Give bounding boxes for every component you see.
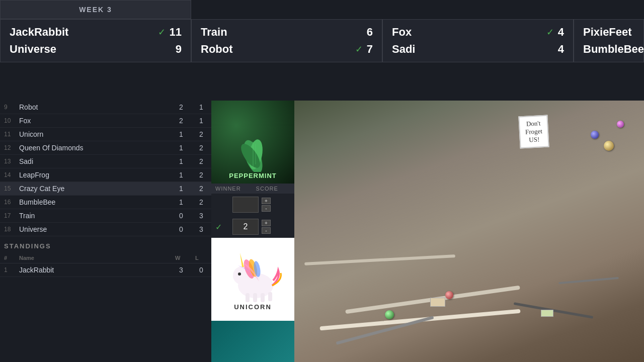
match-l: 2 — [191, 168, 211, 182]
match-card-2: Train 6 Robot ✓ 7 — [191, 19, 382, 62]
track-3 — [304, 254, 455, 265]
score-entry-2: ✓ 2 + - — [211, 216, 294, 238]
match-row-4-top: PixieFeet — [583, 26, 634, 39]
score-btns-1: + - — [262, 198, 271, 212]
check-icon-3: ✓ — [546, 27, 554, 38]
marble-3 — [604, 141, 614, 151]
score-jackrabbit: 11 — [170, 26, 182, 39]
team-fox: Fox — [392, 26, 412, 39]
score-minus-1[interactable]: - — [262, 205, 271, 212]
col-w: W — [171, 253, 191, 263]
team-jackrabbit: JackRabbit — [10, 26, 68, 39]
match-list-row: 9 Robot 2 1 — [0, 101, 211, 114]
match-row-3-bot: Sadi 4 — [392, 43, 564, 56]
col-name: Name — [15, 253, 171, 263]
match-l: 2 — [191, 196, 211, 209]
match-w: 0 — [171, 209, 191, 223]
match-row-3-top: Fox ✓ 4 — [392, 26, 564, 39]
svg-rect-14 — [261, 293, 265, 302]
team-bumblebee: BumbleBee — [583, 43, 644, 56]
match-row-2-top: Train 6 — [201, 26, 373, 39]
team-train: Train — [201, 26, 227, 39]
match-name: Train — [15, 209, 171, 223]
match-row-1-top: JackRabbit ✓ 11 — [10, 26, 182, 39]
match-list-row: 11 Unicorn 1 2 — [0, 128, 211, 141]
score-plus-1[interactable]: + — [262, 198, 271, 204]
score-fox: 4 — [558, 26, 564, 39]
unicorn-card: UNICORN — [211, 238, 294, 321]
team-sadi: Sadi — [392, 43, 415, 56]
check-icon-2: ✓ — [355, 44, 363, 55]
match-list-row: 12 Queen Of Diamonds 1 2 — [0, 141, 211, 155]
match-l: 2 — [191, 128, 211, 141]
marble-5 — [617, 121, 624, 128]
match-num: 10 — [0, 114, 15, 128]
match-w: 2 — [171, 114, 191, 128]
left-column: 9 Robot 2 1 10 Fox 2 1 11 Unicorn 1 2 12… — [0, 101, 211, 362]
match-num: 13 — [0, 155, 15, 168]
standing-name: JackRabbit — [15, 263, 171, 277]
match-l: 3 — [191, 209, 211, 223]
score-minus-2[interactable]: - — [262, 227, 271, 234]
block-1 — [430, 298, 445, 307]
sign-line-3: US! — [525, 135, 543, 144]
match-num: 17 — [0, 209, 15, 223]
match-l: 2 — [191, 155, 211, 168]
stick-2 — [514, 302, 593, 319]
score-plus-2[interactable]: + — [262, 220, 271, 226]
video-feed: Don't Froget US! — [294, 101, 644, 362]
match-num: 11 — [0, 128, 15, 141]
marble-4 — [591, 131, 599, 139]
score-sadi: 4 — [558, 43, 564, 56]
match-w: 1 — [171, 182, 191, 196]
match-w: 2 — [171, 101, 191, 114]
week-label: WEEK 3 — [79, 6, 112, 14]
match-list-row: 10 Fox 2 1 — [0, 114, 211, 128]
match-cards-row: JackRabbit ✓ 11 Universe 9 Train 6 — [0, 19, 644, 62]
score-group-2: 6 — [367, 26, 373, 39]
score-group-2b: ✓ 7 — [355, 43, 373, 56]
winner-label: WINNER — [215, 186, 241, 192]
match-num: 15 — [0, 182, 15, 196]
middle-column: PEPPERMINT WINNER SCORE + - ✓ 2 + - — [211, 101, 294, 362]
match-name: Universe — [15, 223, 171, 236]
score-group-1: ✓ 11 — [158, 26, 182, 39]
score-group-1b: 9 — [176, 43, 182, 56]
match-card-1: JackRabbit ✓ 11 Universe 9 — [0, 19, 191, 62]
match-l: 1 — [191, 101, 211, 114]
standings-row: 1 JackRabbit 3 0 — [0, 263, 211, 277]
score-entry-1: + - — [211, 194, 294, 216]
stick-3 — [558, 277, 619, 284]
check-winner-2: ✓ — [215, 222, 229, 232]
match-w: 1 — [171, 128, 191, 141]
match-l: 2 — [191, 141, 211, 155]
match-list-row: 13 Sadi 1 2 — [0, 155, 211, 168]
score-robot: 7 — [367, 43, 373, 56]
match-name: Sadi — [15, 155, 171, 168]
week-bar: WEEK 3 — [0, 0, 191, 19]
score-input-2[interactable]: 2 — [232, 219, 259, 235]
score-train: 6 — [367, 26, 373, 39]
match-list-row: 18 Universe 0 3 — [0, 223, 211, 236]
team-pixiefeet: PixieFeet — [583, 26, 632, 39]
peppermint-name: PEPPERMINT — [229, 172, 277, 179]
standing-w: 3 — [171, 263, 191, 277]
score-label: SCORE — [256, 186, 278, 192]
match-name: LeapFrog — [15, 168, 171, 182]
peppermint-leaves-svg — [233, 132, 273, 172]
score-universe: 9 — [176, 43, 182, 56]
match-w: 1 — [171, 155, 191, 168]
score-input-1[interactable] — [232, 197, 259, 213]
stick-1 — [336, 316, 434, 345]
match-name: Fox — [15, 114, 171, 128]
col-l: L — [191, 253, 211, 263]
match-w: 1 — [171, 196, 191, 209]
match-l: 1 — [191, 114, 211, 128]
marble-2 — [445, 291, 453, 299]
teal-bottom-card — [211, 321, 294, 362]
match-name: Queen Of Diamonds — [15, 141, 171, 155]
col-num: # — [0, 253, 15, 263]
top-section: WEEK 3 JackRabbit ✓ 11 Universe 9 Trai — [0, 0, 644, 62]
sign-line-2: Froget — [525, 127, 543, 136]
main-section: 9 Robot 2 1 10 Fox 2 1 11 Unicorn 1 2 12… — [0, 101, 644, 362]
